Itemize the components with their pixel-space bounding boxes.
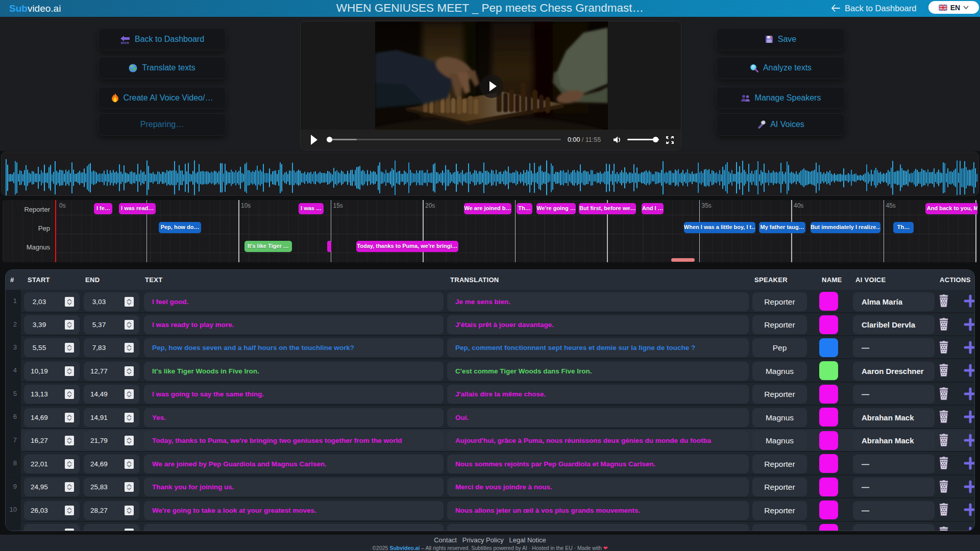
svg-text:BACK: BACK xyxy=(121,41,129,43)
